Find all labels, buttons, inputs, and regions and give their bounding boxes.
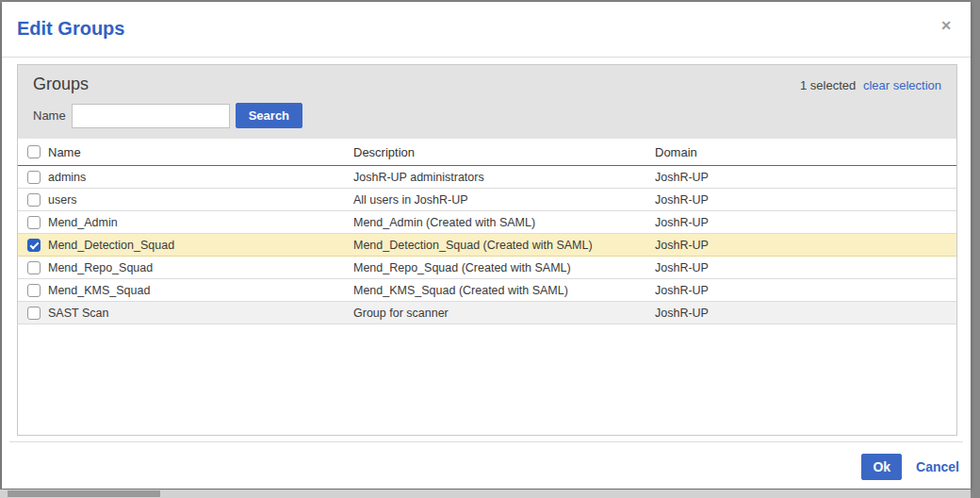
selection-status: 1 selected [800,78,856,92]
column-header-description[interactable]: Description [353,145,655,159]
close-icon[interactable]: ✕ [940,19,952,32]
group-description: Mend_Admin (Created with SAML) [353,216,655,229]
name-filter-input[interactable] [72,104,230,128]
group-name: SAST Scan [48,307,353,320]
group-name: Mend_Admin [48,216,353,229]
ok-button[interactable]: Ok [861,454,902,480]
column-header-name[interactable]: Name [48,145,353,159]
footer-divider [9,441,963,442]
table-row[interactable]: Mend_Repo_Squad Mend_Repo_Squad (Created… [18,257,956,279]
group-domain: JoshR-UP [655,171,956,184]
group-description: Mend_Repo_Squad (Created with SAML) [353,261,655,274]
group-domain: JoshR-UP [655,216,956,229]
table-row[interactable]: admins JoshR-UP administrators JoshR-UP [18,166,956,189]
row-checkbox[interactable] [27,239,41,252]
clear-selection-link[interactable]: clear selection [863,78,941,92]
name-filter-label: Name [33,108,66,123]
panel-title: Groups [33,75,89,94]
group-description: Mend_KMS_Squad (Created with SAML) [353,284,655,297]
table-header-row: Name Description Domain [18,139,956,166]
groups-panel-header: Groups 1 selected clear selection Name S… [18,65,956,139]
group-description: JoshR-UP administrators [353,171,655,184]
group-domain: JoshR-UP [655,193,956,207]
column-header-domain[interactable]: Domain [655,145,956,159]
cancel-button[interactable]: Cancel [916,459,959,474]
groups-table-body: admins JoshR-UP administrators JoshR-UP … [18,166,956,324]
page-horizontal-scrollbar[interactable] [0,490,971,498]
table-row[interactable]: Mend_Admin Mend_Admin (Created with SAML… [18,211,956,234]
edit-groups-dialog: Edit Groups ✕ Groups 1 selected clear se… [2,2,971,489]
groups-panel: Groups 1 selected clear selection Name S… [17,64,957,436]
table-row[interactable]: Mend_Detection_Squad Mend_Detection_Squa… [18,234,956,257]
row-checkbox[interactable] [27,216,41,229]
dialog-title: Edit Groups [17,18,124,40]
group-name: admins [48,171,353,184]
group-domain: JoshR-UP [655,307,956,320]
group-description: Group for scanner [353,307,655,320]
group-domain: JoshR-UP [655,239,956,252]
table-row[interactable]: users All users in JoshR-UP JoshR-UP [18,189,956,211]
group-description: Mend_Detection_Squad (Created with SAML) [353,239,655,252]
table-row[interactable]: Mend_KMS_Squad Mend_KMS_Squad (Created w… [18,279,956,302]
group-domain: JoshR-UP [655,261,956,274]
page-horizontal-scrollbar-thumb[interactable] [8,490,160,497]
group-description: All users in JoshR-UP [353,193,655,207]
row-checkbox[interactable] [27,307,41,320]
title-divider [2,57,971,58]
row-checkbox[interactable] [27,284,41,297]
group-name: Mend_KMS_Squad [48,284,353,297]
select-all-checkbox[interactable] [27,145,41,158]
group-name: users [48,193,353,207]
row-checkbox[interactable] [27,171,41,184]
search-button[interactable]: Search [236,103,302,128]
group-domain: JoshR-UP [655,284,956,297]
group-name: Mend_Detection_Squad [48,239,353,252]
table-row[interactable]: SAST Scan Group for scanner JoshR-UP [18,302,956,324]
group-name: Mend_Repo_Squad [48,261,353,274]
dialog-footer: Ok Cancel [861,454,959,480]
row-checkbox[interactable] [27,193,41,207]
row-checkbox[interactable] [27,261,41,274]
